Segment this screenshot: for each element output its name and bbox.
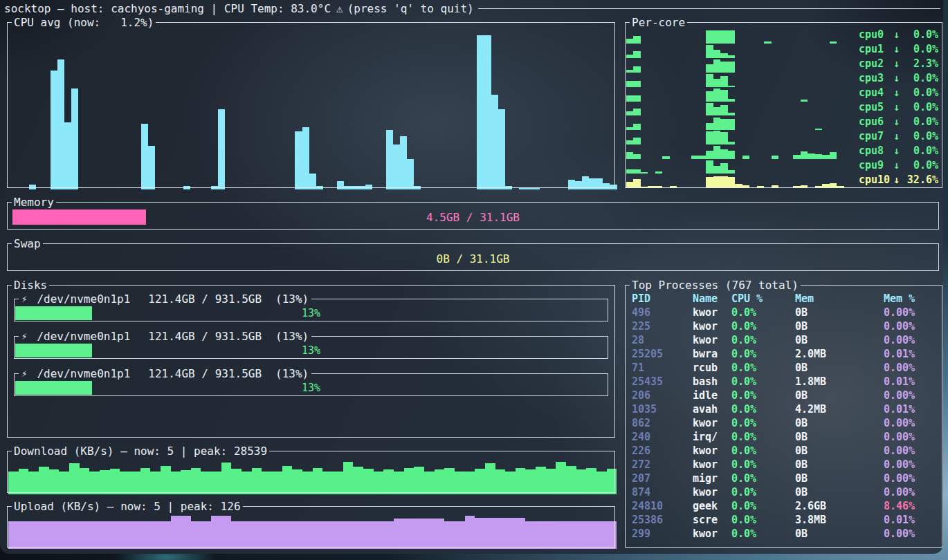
spark-bar <box>252 521 262 549</box>
spark-bar <box>71 88 78 189</box>
spark-bar <box>728 177 735 188</box>
core-usage-value: 0.0% <box>902 101 938 113</box>
process-name: kwor <box>693 527 731 541</box>
core-usage-value: 0.0% <box>902 86 938 99</box>
core-label: cpu1 ↓ 0.0% <box>859 43 938 55</box>
spark-bar <box>309 174 316 189</box>
spark-bar <box>596 472 607 494</box>
per-core-row: cpu3 ↓ 0.0% <box>626 71 941 86</box>
spark-bar <box>313 468 323 494</box>
process-mem: 0B <box>795 333 884 347</box>
spark-bar <box>57 59 64 189</box>
spark-bar <box>59 521 69 549</box>
spark-bar <box>100 470 110 494</box>
process-pid: 207 <box>632 472 693 485</box>
spark-bar <box>322 521 333 549</box>
process-table-header: PID Name CPU % Mem Mem % <box>632 292 942 306</box>
spark-bar <box>516 468 526 494</box>
core-label: cpu5 ↓ 0.0% <box>859 101 938 113</box>
spark-bar <box>28 472 39 494</box>
spark-bar <box>302 472 313 494</box>
core-name: cpu10 <box>859 174 891 186</box>
process-pid: 226 <box>632 444 693 458</box>
spark-bar <box>29 185 36 189</box>
process-row: 25205 bwra 0.0% 2.0MB 0.01% <box>632 347 942 361</box>
spark-bar <box>757 186 764 188</box>
disk-entry: ⚡ /dev/nvme0n1p1 121.4GB / 931.5GB (13%)… <box>14 330 608 359</box>
process-mem: 2.6GB <box>795 499 884 513</box>
spark-bar <box>610 185 617 189</box>
down-arrow-icon: ↓ <box>893 144 900 157</box>
disk-entry: ⚡ /dev/nvme0n1p1 121.4GB / 931.5GB (13%)… <box>14 293 608 321</box>
spark-bar <box>140 521 151 549</box>
core-name: cpu6 <box>859 115 891 128</box>
spark-bar <box>465 516 475 549</box>
process-mem: 0B <box>795 416 884 430</box>
process-row: 862 kwor 0.0% 0B 0.00% <box>632 416 942 430</box>
process-name: avah <box>693 402 731 416</box>
spark-bar <box>333 472 343 494</box>
process-cpu: 0.0% <box>731 430 795 444</box>
core-usage-value: 0.0% <box>902 115 938 128</box>
spark-bar <box>586 521 596 549</box>
spark-bar <box>374 521 384 549</box>
process-cpu: 0.0% <box>731 472 795 485</box>
process-mem-pct: 0.00% <box>884 389 942 402</box>
process-name: irq/ <box>693 430 731 444</box>
process-pid: 28 <box>632 333 693 347</box>
spark-bar <box>837 186 844 188</box>
process-pid: 240 <box>632 430 693 444</box>
spark-bar <box>589 178 596 189</box>
spark-bar <box>231 469 241 494</box>
core-spark-chart <box>626 130 851 144</box>
process-pid: 25205 <box>632 347 693 361</box>
spark-bar <box>455 472 465 494</box>
spark-bar <box>365 185 372 189</box>
spark-bar <box>404 468 414 494</box>
spark-bar <box>435 519 445 549</box>
spark-bar <box>374 472 384 494</box>
spark-bar <box>302 127 309 189</box>
process-cpu: 0.0% <box>731 416 795 430</box>
spark-bar <box>8 521 19 549</box>
spark-bar <box>282 521 293 549</box>
spark-bar <box>120 521 130 549</box>
process-mem-pct: 0.00% <box>884 527 942 541</box>
down-arrow-icon: ↓ <box>893 86 900 99</box>
core-label: cpu6 ↓ 0.0% <box>859 115 938 128</box>
spark-bar <box>536 467 546 494</box>
spark-bar <box>19 469 29 494</box>
spark-bar <box>383 469 394 494</box>
per-core-row: cpu5 ↓ 0.0% <box>626 100 941 115</box>
process-mem-pct: 0.01% <box>884 347 942 361</box>
process-mem-pct: 0.00% <box>884 458 942 472</box>
core-name: cpu8 <box>859 144 891 157</box>
core-name: cpu3 <box>859 72 891 84</box>
memory-panel: Memory 4.5GB / 31.1GB <box>7 196 939 230</box>
memory-title: Memory <box>12 196 56 209</box>
spark-bar <box>80 521 90 549</box>
spark-bar <box>414 186 421 189</box>
spark-bar <box>407 159 414 189</box>
spark-bar <box>363 469 374 494</box>
spark-bar <box>607 469 617 494</box>
per-core-row: cpu0 ↓ 0.0% <box>626 28 941 42</box>
down-arrow-icon: ↓ <box>893 28 900 41</box>
spark-bar <box>556 521 566 549</box>
process-cpu: 0.0% <box>731 333 795 347</box>
spark-bar <box>424 519 435 549</box>
spark-bar <box>706 177 713 188</box>
download-history-chart <box>8 458 617 494</box>
process-row: 206 idle 0.0% 0B 0.00% <box>632 389 942 402</box>
spark-bar <box>556 462 566 494</box>
process-row: 496 kwor 0.0% 0B 0.00% <box>632 306 942 319</box>
window-title: socktop — host: cachyos-gaming | CPU Tem… <box>4 2 331 15</box>
spark-bar <box>292 521 302 549</box>
process-name: kwor <box>693 444 731 458</box>
spark-bar <box>519 188 526 189</box>
spark-bar <box>316 186 323 189</box>
process-mem-pct: 0.00% <box>884 361 942 375</box>
process-mem: 0B <box>795 458 884 472</box>
spark-bar <box>343 521 354 549</box>
process-cpu: 0.0% <box>731 389 795 402</box>
